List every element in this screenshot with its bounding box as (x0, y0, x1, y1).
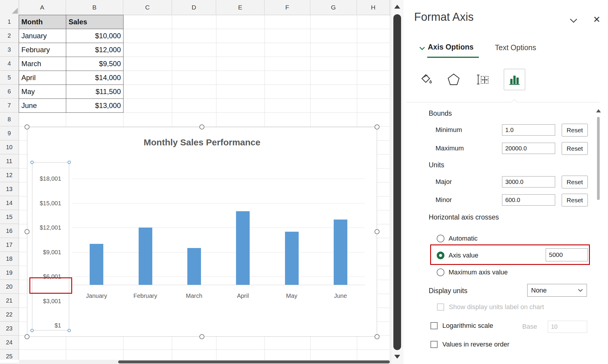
chart-object[interactable]: Monthly Sales Performance $18,001$15,001… (27, 127, 377, 337)
row-header-14[interactable]: 14 (0, 196, 18, 210)
bar-january[interactable] (90, 244, 103, 285)
row-header-19[interactable]: 19 (0, 266, 18, 280)
horizontal-scrollbar[interactable] (19, 360, 391, 364)
maximum-reset-button[interactable]: Reset (562, 142, 588, 155)
cell-B7[interactable]: $13,000 (66, 99, 124, 113)
row-header-1[interactable]: 1 (0, 15, 18, 29)
bar-february[interactable] (139, 228, 152, 285)
row-header-9[interactable]: 9 (0, 126, 18, 140)
values-reverse-order-checkbox[interactable] (430, 341, 438, 348)
cell-B4[interactable]: $9,500 (66, 57, 124, 71)
chart-resize-handle-top-left[interactable] (25, 125, 30, 130)
scroll-up-icon[interactable] (394, 5, 400, 9)
table-header-month[interactable]: Month (19, 15, 66, 29)
maximum-axis-value-label[interactable]: Maximum axis value (449, 268, 508, 276)
major-reset-button[interactable]: Reset (562, 176, 588, 188)
display-units-dropdown[interactable]: None (527, 284, 587, 297)
horizontal-scrollbar-thumb[interactable] (118, 360, 390, 363)
cell-A5[interactable]: April (19, 71, 66, 85)
tab-text-options[interactable]: Text Options (495, 43, 536, 52)
minimum-reset-button[interactable]: Reset (562, 124, 588, 136)
bar-april[interactable] (236, 211, 250, 285)
row-header-22[interactable]: 22 (0, 308, 18, 322)
cell-A4[interactable]: March (19, 57, 66, 71)
vertical-scrollbar[interactable] (391, 0, 403, 364)
row-header-2[interactable]: 2 (0, 29, 18, 43)
chart-resize-handle-bottom-left[interactable] (25, 334, 30, 339)
size-properties-icon[interactable] (472, 69, 493, 90)
major-unit-input[interactable] (502, 176, 555, 187)
minor-unit-input[interactable] (502, 194, 555, 206)
bar-may[interactable] (285, 232, 299, 285)
chart-resize-handle-top-right[interactable] (375, 125, 380, 130)
column-header-G[interactable]: G (310, 0, 357, 15)
table-header-sales[interactable]: Sales (66, 15, 124, 29)
row-header-6[interactable]: 6 (0, 85, 18, 98)
minor-reset-button[interactable]: Reset (562, 194, 588, 206)
row-header-13[interactable]: 13 (0, 182, 18, 196)
value-axis-selection-box[interactable] (32, 162, 69, 330)
column-header-A[interactable]: A (19, 0, 66, 15)
values-reverse-order-label[interactable]: Values in reverse order (442, 340, 509, 349)
cell-B3[interactable]: $12,000 (66, 43, 124, 57)
automatic-label[interactable]: Automatic (449, 234, 478, 243)
chart-resize-handle-mid-right[interactable] (375, 229, 380, 234)
row-header-21[interactable]: 21 (0, 294, 18, 308)
row-header-17[interactable]: 17 (0, 238, 18, 252)
cell-A6[interactable]: May (19, 85, 66, 99)
maximum-input[interactable] (502, 143, 555, 154)
column-header-E[interactable]: E (216, 0, 265, 15)
row-header-18[interactable]: 18 (0, 252, 18, 266)
column-header-C[interactable]: C (123, 0, 172, 15)
scroll-up-icon[interactable] (596, 109, 601, 112)
category-label-february[interactable]: February (125, 292, 166, 300)
scroll-down-icon[interactable] (394, 355, 400, 359)
row-header-20[interactable]: 20 (0, 280, 18, 294)
column-header-B[interactable]: B (66, 0, 123, 15)
pane-scrollbar[interactable] (595, 107, 602, 350)
row-header-3[interactable]: 3 (0, 43, 18, 57)
row-header-15[interactable]: 15 (0, 210, 18, 224)
logarithmic-scale-label[interactable]: Logarithmic scale (442, 322, 493, 330)
chart-resize-handle-bottom-mid[interactable] (200, 334, 205, 339)
row-header-25[interactable]: 25 (0, 349, 18, 363)
cell-A2[interactable]: January (19, 29, 66, 43)
minimum-input[interactable] (502, 124, 555, 136)
chart-resize-handle-mid-left[interactable] (25, 229, 30, 234)
row-header-16[interactable]: 16 (0, 224, 18, 238)
row-header-7[interactable]: 7 (0, 98, 18, 112)
category-label-january[interactable]: January (76, 292, 117, 300)
bar-june[interactable] (334, 220, 347, 285)
row-header-12[interactable]: 12 (0, 168, 18, 182)
effects-icon[interactable] (443, 69, 464, 90)
cell-A3[interactable]: February (19, 43, 66, 57)
cell-B5[interactable]: $14,000 (66, 71, 124, 85)
chart-resize-handle-bottom-right[interactable] (375, 334, 380, 339)
column-header-F[interactable]: F (265, 0, 310, 15)
column-header-D[interactable]: D (172, 0, 216, 15)
automatic-radio[interactable] (437, 235, 444, 242)
close-icon[interactable]: ✕ (592, 14, 602, 24)
axis-selection-handle[interactable] (31, 161, 34, 164)
row-header-5[interactable]: 5 (0, 71, 18, 85)
category-label-april[interactable]: April (222, 292, 264, 300)
fill-line-icon[interactable] (414, 69, 436, 90)
column-header-H[interactable]: H (357, 0, 390, 15)
select-all-corner[interactable] (0, 0, 19, 15)
axis-selection-handle[interactable] (68, 329, 71, 332)
category-label-march[interactable]: March (173, 292, 215, 300)
vertical-scrollbar-thumb[interactable] (393, 14, 401, 350)
category-label-june[interactable]: June (320, 292, 361, 300)
cell-A7[interactable]: June (19, 99, 66, 113)
chart-columns-icon[interactable] (504, 69, 525, 90)
row-header-11[interactable]: 11 (0, 154, 18, 168)
chart-resize-handle-top-mid[interactable] (200, 125, 205, 130)
tab-axis-options[interactable]: Axis Options (428, 43, 474, 51)
logarithmic-scale-checkbox[interactable] (430, 322, 438, 329)
row-header-24[interactable]: 24 (0, 336, 18, 349)
bar-march[interactable] (187, 248, 201, 285)
category-label-may[interactable]: May (271, 292, 313, 300)
row-header-8[interactable]: 8 (0, 112, 18, 126)
chevron-down-icon[interactable] (569, 17, 579, 24)
pane-scrollbar-thumb[interactable] (597, 117, 600, 200)
